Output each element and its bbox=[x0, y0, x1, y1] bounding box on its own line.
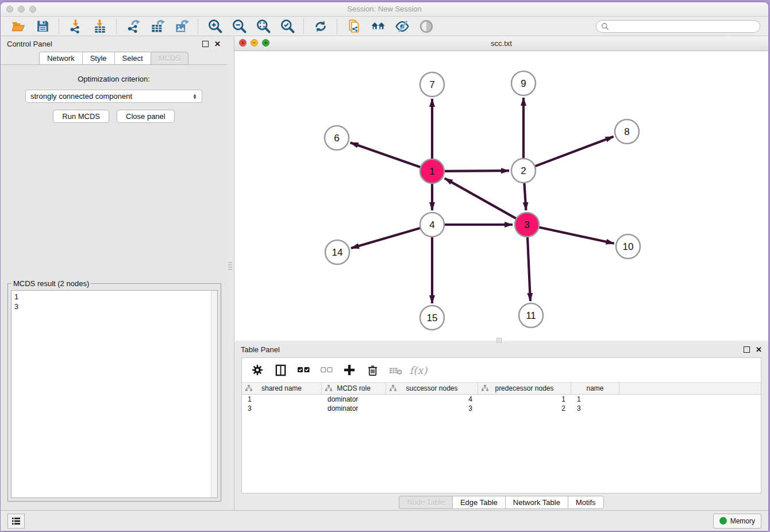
tab-network[interactable]: Network bbox=[39, 52, 82, 65]
destroy-network-icon[interactable] bbox=[345, 18, 363, 35]
tab-node-table[interactable]: Node Table bbox=[399, 496, 452, 509]
edge-3-11[interactable] bbox=[528, 236, 530, 301]
export-image-icon[interactable] bbox=[173, 18, 190, 35]
window-traffic-lights[interactable] bbox=[6, 6, 36, 13]
close-table-panel-icon[interactable]: ✕ bbox=[756, 346, 762, 353]
function-builder-icon[interactable]: f(x) bbox=[410, 361, 427, 379]
export-table-icon[interactable] bbox=[149, 18, 166, 35]
zoom-fit-icon[interactable] bbox=[255, 18, 272, 35]
node-label-15: 15 bbox=[427, 313, 438, 323]
close-window-icon[interactable] bbox=[6, 6, 13, 13]
close-panel-button[interactable]: Close panel bbox=[117, 110, 175, 123]
tab-select[interactable]: Select bbox=[114, 52, 151, 65]
window-title: Session: New Session bbox=[1, 2, 768, 16]
maximize-network-icon[interactable]: + bbox=[262, 39, 270, 47]
zoom-out-icon[interactable] bbox=[230, 18, 248, 35]
criterion-select[interactable]: strongly connected component ▲▼ bbox=[25, 90, 202, 103]
delete-table-icon[interactable] bbox=[387, 361, 404, 379]
cell-shared-name: 3 bbox=[242, 404, 322, 413]
zoom-in-icon[interactable] bbox=[206, 18, 224, 35]
column-selector-icon[interactable] bbox=[272, 361, 289, 379]
edge-2-8[interactable] bbox=[534, 137, 614, 167]
edge-4-14[interactable] bbox=[351, 228, 421, 248]
split-grip-icon bbox=[496, 338, 502, 343]
column-type-icon bbox=[482, 385, 488, 391]
task-list-icon bbox=[11, 517, 21, 525]
column-shared-name[interactable]: shared name bbox=[242, 383, 322, 394]
tab-motifs[interactable]: Motifs bbox=[568, 496, 604, 509]
network-window-titlebar[interactable]: × − + scc.txt bbox=[234, 36, 768, 51]
network-window-title: scc.txt bbox=[491, 39, 512, 48]
mcds-result-text: 13 bbox=[14, 292, 18, 311]
edge-1-6[interactable] bbox=[351, 142, 422, 167]
import-table-icon[interactable] bbox=[91, 18, 109, 35]
apply-layout-icon[interactable] bbox=[312, 18, 329, 35]
node-label-3: 3 bbox=[524, 219, 529, 230]
search-box[interactable] bbox=[596, 20, 760, 33]
table-row[interactable]: 1 dominator 4 1 1 bbox=[242, 395, 761, 404]
tab-edge-table[interactable]: Edge Table bbox=[452, 496, 505, 509]
node-label-2: 2 bbox=[521, 165, 526, 176]
show-graphics-details-icon[interactable] bbox=[418, 18, 435, 35]
result-scrollbar[interactable] bbox=[211, 291, 217, 498]
edge-1-2[interactable] bbox=[444, 171, 509, 171]
edge-3-1[interactable] bbox=[445, 178, 517, 219]
table-header-row: shared name MCDS role successor nodes bbox=[242, 382, 761, 395]
network-graph: 7968124314101511 bbox=[234, 51, 768, 341]
minimize-network-icon[interactable]: − bbox=[251, 39, 258, 47]
tab-style[interactable]: Style bbox=[82, 52, 114, 65]
network-canvas[interactable]: 7968124314101511 bbox=[234, 51, 768, 341]
search-input[interactable] bbox=[612, 22, 755, 31]
select-all-rows-icon[interactable] bbox=[295, 361, 312, 379]
table-panel-title: Table Panel bbox=[241, 345, 280, 354]
table-options-gear-icon[interactable] bbox=[249, 361, 266, 379]
titlebar: Session: New Session bbox=[1, 2, 768, 17]
add-column-icon[interactable] bbox=[341, 361, 358, 379]
node-label-7: 7 bbox=[429, 79, 434, 90]
table-panel: Table Panel ✕ bbox=[234, 342, 768, 510]
minimize-window-icon[interactable] bbox=[18, 6, 25, 13]
column-predecessor-nodes[interactable]: predecessor nodes bbox=[478, 383, 571, 394]
toolbar-separator bbox=[198, 19, 199, 34]
edge-3-10[interactable] bbox=[538, 227, 614, 244]
task-history-button[interactable] bbox=[7, 514, 25, 529]
mcds-result-textarea[interactable]: 13 bbox=[11, 290, 218, 498]
cell-predecessor-nodes: 2 bbox=[478, 404, 571, 413]
export-network-icon[interactable] bbox=[125, 18, 142, 35]
hide-graphics-details-icon[interactable] bbox=[394, 18, 411, 35]
close-panel-icon[interactable]: ✕ bbox=[214, 40, 221, 48]
mcds-result-group: MCDS result (2 nodes) 13 bbox=[7, 283, 221, 502]
float-table-panel-icon[interactable] bbox=[744, 346, 750, 353]
tab-mcds[interactable]: MCDS bbox=[151, 52, 188, 65]
close-network-icon[interactable]: × bbox=[239, 39, 247, 47]
memory-label: Memory bbox=[730, 517, 755, 525]
float-panel-icon[interactable] bbox=[202, 41, 209, 47]
zoom-selected-icon[interactable] bbox=[279, 18, 296, 35]
criterion-value: strongly connected component bbox=[30, 92, 132, 101]
column-name[interactable]: name bbox=[571, 383, 619, 394]
delete-column-icon[interactable] bbox=[364, 361, 381, 379]
control-panel-title: Control Panel bbox=[7, 40, 52, 48]
deselect-all-rows-icon[interactable] bbox=[318, 361, 335, 379]
main-toolbar bbox=[1, 17, 768, 36]
table-row[interactable]: 3 dominator 3 2 3 bbox=[242, 404, 761, 413]
network-table-split[interactable] bbox=[234, 341, 768, 342]
column-mcds-role[interactable]: MCDS role bbox=[322, 383, 386, 394]
cell-name: 3 bbox=[571, 404, 619, 413]
column-successor-nodes[interactable]: successor nodes bbox=[386, 383, 478, 394]
zoom-window-icon[interactable] bbox=[29, 6, 36, 13]
save-session-icon[interactable] bbox=[34, 18, 51, 35]
memory-button[interactable]: Memory bbox=[713, 514, 761, 529]
tab-network-table[interactable]: Network Table bbox=[505, 496, 568, 509]
import-network-icon[interactable] bbox=[67, 18, 84, 35]
cell-mcds-role: dominator bbox=[322, 395, 386, 403]
run-mcds-button[interactable]: Run MCDS bbox=[53, 110, 109, 123]
edge-2-3[interactable] bbox=[524, 182, 526, 210]
node-label-6: 6 bbox=[334, 133, 339, 144]
open-session-icon[interactable] bbox=[10, 18, 27, 35]
node-label-14: 14 bbox=[332, 247, 343, 258]
cell-shared-name: 1 bbox=[242, 395, 322, 403]
panel-split-divider[interactable] bbox=[227, 36, 234, 510]
column-type-icon bbox=[325, 385, 332, 391]
show-all-networks-icon[interactable] bbox=[369, 18, 387, 35]
